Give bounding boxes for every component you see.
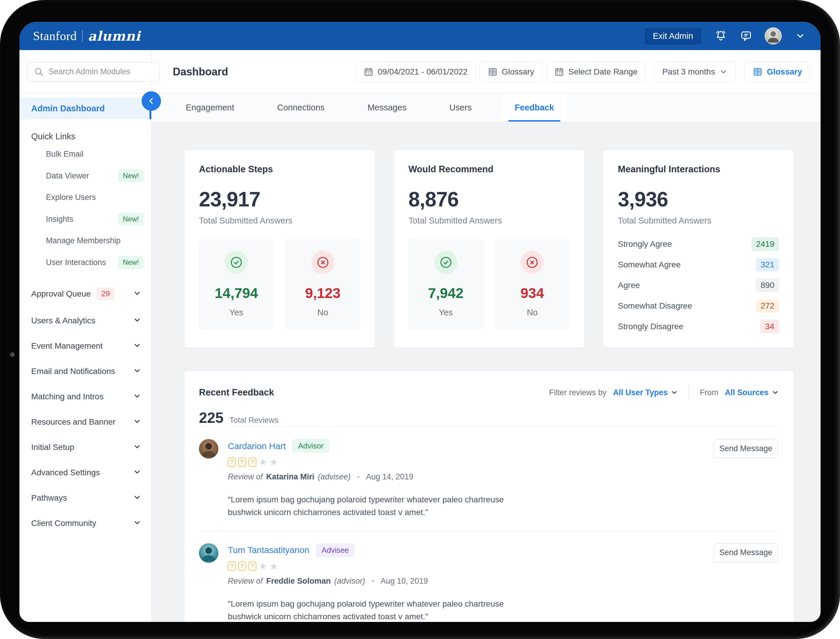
- card-subtitle: Total Submitted Answers: [199, 216, 360, 226]
- calendar-icon: [554, 67, 564, 77]
- book-icon: [488, 67, 498, 77]
- star-rating: ???★★: [228, 561, 779, 571]
- x-circle-icon: [311, 251, 334, 274]
- sidebar-item-advanced-settings[interactable]: Advanced Settings: [19, 460, 151, 485]
- sidebar-nav: Admin Dashboard Quick Links Bulk Email D…: [19, 98, 151, 536]
- bezel-camera-dot: [10, 352, 15, 357]
- send-message-button[interactable]: Send Message: [714, 543, 778, 562]
- sidebar-item-matching-intros[interactable]: Matching and Intros: [19, 384, 151, 409]
- search-box: [27, 62, 160, 81]
- card-total: 8,876: [409, 188, 570, 211]
- reviewer-avatar: [199, 543, 219, 563]
- sidebar-item-initial-setup[interactable]: Initial Setup: [19, 435, 151, 460]
- period-dropdown[interactable]: Past 3 months: [654, 62, 736, 82]
- sidebar-item-admin-dashboard[interactable]: Admin Dashboard: [19, 98, 151, 119]
- sidebar-sections: Approval Queue 29 Users & Analytics: [19, 280, 151, 536]
- new-badge: New!: [118, 213, 144, 226]
- card-subtitle: Total Submitted Answers: [618, 216, 779, 226]
- star-filled-icon: ?: [238, 458, 246, 467]
- total-reviews-label: Total Reviews: [229, 416, 279, 425]
- messages-chat-icon[interactable]: [739, 29, 753, 43]
- select-date-range-button[interactable]: Select Date Range: [546, 62, 645, 82]
- yes-value: 14,794: [215, 285, 258, 301]
- source-filter-dropdown[interactable]: All Sources: [724, 388, 779, 397]
- sidebar-item-users-analytics[interactable]: Users & Analytics: [19, 308, 151, 333]
- date-range-button[interactable]: 09/04/2021 - 06/01/2022: [355, 62, 475, 82]
- sidebar-collapse-button[interactable]: [141, 91, 161, 111]
- review-date: Aug 14, 2019: [366, 472, 414, 482]
- page-header: Dashboard: [152, 50, 821, 94]
- exit-admin-button[interactable]: Exit Admin: [644, 27, 702, 45]
- brand-logo: Stanford alumni: [33, 29, 140, 44]
- sidebar-item-event-management[interactable]: Event Management: [19, 333, 151, 359]
- breakdown-row: Strongly Disagree 34: [618, 320, 779, 333]
- sidebar: Admin Dashboard Quick Links Bulk Email D…: [19, 50, 152, 622]
- breakdown-row: Strongly Agree 2419: [618, 237, 779, 251]
- breakdown-row: Agree 890: [618, 278, 779, 292]
- glossary-button[interactable]: Glossary: [480, 62, 542, 82]
- sidebar-item-manage-membership[interactable]: Manage Membership: [19, 231, 151, 251]
- sidebar-item-user-interactions[interactable]: User Interactions New!: [19, 251, 151, 274]
- search-input[interactable]: [49, 67, 153, 76]
- user-type-filter-dropdown[interactable]: All User Types: [613, 388, 678, 397]
- sidebar-item-bulk-email[interactable]: Bulk Email: [19, 144, 151, 164]
- device-frame: Stanford alumni Exit Admin: [0, 0, 840, 639]
- tab-messages[interactable]: Messages: [355, 94, 419, 122]
- no-value: 934: [520, 285, 544, 301]
- send-message-button[interactable]: Send Message: [714, 439, 778, 458]
- total-reviews-count: 225: [199, 409, 223, 426]
- yes-label: Yes: [439, 308, 453, 318]
- tab-connections[interactable]: Connections: [264, 94, 337, 122]
- card-title: Would Recommend: [409, 164, 570, 175]
- notifications-bell-icon[interactable]: [714, 29, 727, 43]
- top-nav-bar: Stanford alumni Exit Admin: [19, 22, 821, 50]
- quick-links-title: Quick Links: [31, 132, 151, 141]
- brand-separator: [82, 30, 83, 42]
- dashboard-tabs: Engagement Connections Messages Users Fe…: [152, 94, 821, 122]
- top-nav-actions: Exit Admin: [644, 27, 807, 45]
- glossary-blue-button[interactable]: Glossary: [745, 62, 810, 82]
- x-circle-icon: [521, 251, 544, 274]
- breakdown-row: Somewhat Agree 321: [618, 258, 779, 272]
- sidebar-item-insights[interactable]: Insights New!: [19, 207, 151, 231]
- profile-chevron-down-icon[interactable]: [794, 29, 807, 43]
- sidebar-item-resources-banner[interactable]: Resources and Banner: [19, 409, 151, 435]
- filter-label: Filter reviews by: [549, 388, 607, 397]
- chevron-down-icon: [133, 392, 141, 401]
- recent-feedback-title: Recent Feedback: [199, 387, 274, 398]
- value-chip: 2419: [751, 237, 779, 251]
- reviewer-name-link[interactable]: Cardarion Hart: [228, 441, 286, 451]
- card-total: 3,936: [618, 188, 779, 211]
- page-header-actions: 09/04/2021 - 06/01/2022: [355, 62, 810, 82]
- star-filled-icon: ?: [228, 561, 236, 571]
- recent-feedback-card: Recent Feedback Filter reviews by All Us…: [184, 371, 794, 622]
- from-label: From: [700, 388, 718, 397]
- sidebar-item-client-community[interactable]: Client Community: [19, 510, 151, 536]
- chevron-down-icon: [133, 443, 141, 452]
- calendar-icon: [363, 67, 374, 77]
- sidebar-item-pathways[interactable]: Pathways: [19, 485, 151, 510]
- check-circle-icon: [225, 251, 248, 274]
- app-screen: Stanford alumni Exit Admin: [19, 22, 821, 622]
- sidebar-item-data-viewer[interactable]: Data Viewer New!: [19, 164, 151, 188]
- reviewer-name-link[interactable]: Tum Tantasatityanon: [228, 545, 309, 555]
- tab-feedback[interactable]: Feedback: [502, 94, 567, 122]
- yes-stat: 7,942 Yes: [409, 239, 483, 330]
- tab-engagement[interactable]: Engagement: [173, 94, 247, 122]
- new-badge: New!: [118, 169, 144, 182]
- card-meaningful-interactions: Meaningful Interactions 3,936 Total Subm…: [603, 149, 794, 348]
- sidebar-item-approval-queue[interactable]: Approval Queue 29: [19, 280, 151, 308]
- quick-links-list: Bulk Email Data Viewer New! Explore User…: [19, 144, 151, 274]
- no-value: 9,123: [305, 285, 341, 301]
- yes-stat: 14,794 Yes: [199, 239, 274, 330]
- agreement-breakdown: Strongly Agree 2419 Somewhat Agree 321 A…: [618, 237, 779, 333]
- tab-users[interactable]: Users: [436, 94, 485, 122]
- card-total: 23,917: [199, 188, 360, 211]
- stat-cards-row: Actionable Steps 23,917 Total Submitted …: [184, 149, 794, 348]
- sidebar-item-explore-users[interactable]: Explore Users: [19, 188, 151, 207]
- breakdown-row: Somewhat Disagree 272: [618, 299, 779, 313]
- user-avatar[interactable]: [765, 27, 782, 45]
- card-subtitle: Total Submitted Answers: [409, 216, 570, 226]
- sidebar-item-email-notifications[interactable]: Email and Notifications: [19, 359, 151, 384]
- yes-value: 7,942: [428, 285, 464, 301]
